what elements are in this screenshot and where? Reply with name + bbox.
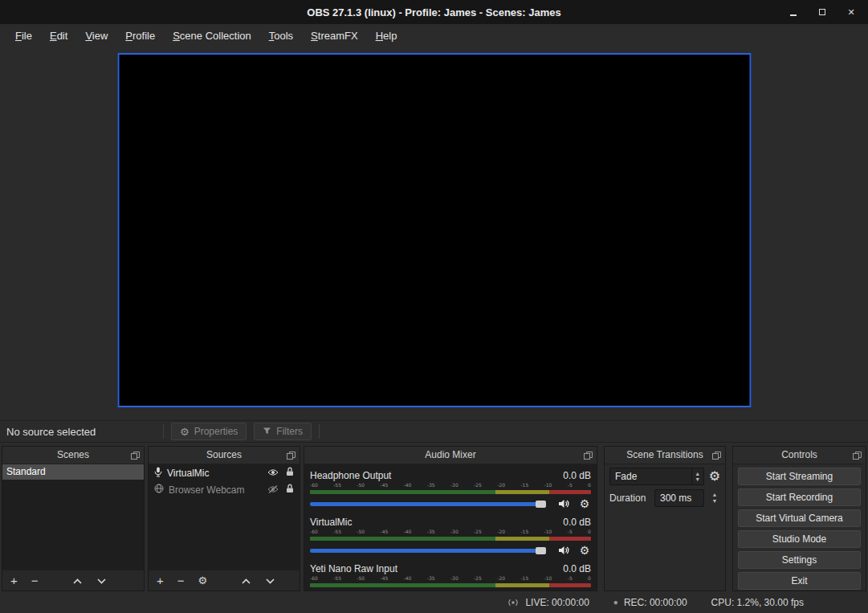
meter-tick-label: -55: [333, 529, 341, 535]
menu-bar: File Edit View Profile Scene Collection …: [0, 24, 868, 47]
meter-tick-label: -15: [520, 529, 528, 535]
duration-label: Duration: [609, 492, 650, 504]
transition-settings-button[interactable]: ⚙: [709, 470, 720, 483]
dock-float-button[interactable]: [583, 451, 593, 460]
audio-mixer-panel: Audio Mixer Headphone Output 0.0 dB -60-…: [304, 446, 597, 591]
close-button[interactable]: ✕: [841, 3, 862, 21]
meter-tick-label: -25: [474, 482, 482, 488]
volume-meter: [310, 490, 591, 494]
sources-panel-title: Sources: [149, 447, 300, 464]
move-scene-down-button[interactable]: [96, 574, 107, 586]
meter-tick-label: -40: [404, 482, 412, 488]
volume-slider[interactable]: [310, 549, 546, 553]
meter-scale: -60-55-50-45-40-35-30-25-20-15-10-50: [310, 482, 591, 489]
meter-tick-label: -5: [568, 575, 573, 582]
sources-panel-header[interactable]: Sources: [149, 447, 300, 464]
volume-meter: [310, 537, 591, 541]
properties-label: Properties: [194, 426, 238, 437]
controls-panel-title: Controls: [733, 447, 866, 464]
meter-tick-label: -5: [568, 529, 573, 535]
channel-level: 0.0 dB: [563, 517, 591, 528]
scene-item-standard[interactable]: Standard: [2, 464, 144, 480]
menu-item-tools[interactable]: Tools: [260, 27, 302, 45]
start-recording-button[interactable]: Start Recording: [738, 488, 861, 506]
channel-settings-button[interactable]: ⚙: [578, 545, 591, 556]
add-source-button[interactable]: +: [157, 574, 164, 586]
source-item-virtualmic[interactable]: VirtualMic: [149, 464, 300, 481]
preview-canvas[interactable]: [117, 53, 751, 407]
obs-window: OBS 27.1.3 (linux) - Profile: James - Sc…: [0, 0, 868, 613]
maximize-button[interactable]: [812, 3, 833, 21]
source-row-icons: [267, 484, 294, 496]
menu-item-profile[interactable]: Profile: [116, 27, 164, 45]
scenes-list: Standard: [2, 464, 144, 570]
meter-tick-label: -45: [380, 482, 388, 488]
chevron-up-icon: [241, 578, 251, 585]
filters-label: Filters: [276, 426, 303, 437]
source-item-browser-webcam[interactable]: Browser Webcam: [149, 481, 300, 498]
scene-transitions-body: Fade ▲ ▼ ⚙ Duration 300 ms ▲: [605, 464, 725, 591]
filters-button[interactable]: Filters: [254, 423, 312, 440]
controls-panel-header[interactable]: Controls: [733, 447, 866, 464]
channel-name: Headphone Output: [310, 470, 391, 481]
meter-tick-label: -10: [544, 575, 552, 582]
dock-icon: [853, 452, 862, 460]
meter-tick-label: -40: [404, 575, 412, 582]
move-source-down-button[interactable]: [265, 574, 275, 586]
live-time: LIVE: 00:00:00: [525, 597, 589, 608]
source-properties-button[interactable]: ⚙: [198, 575, 208, 586]
menu-item-file[interactable]: File: [6, 27, 41, 45]
menu-item-streamfx[interactable]: StreamFX: [302, 27, 367, 45]
menu-item-scene-collection[interactable]: Scene Collection: [164, 27, 260, 45]
minimize-button[interactable]: [783, 3, 804, 21]
move-source-up-button[interactable]: [241, 574, 251, 586]
channel-settings-button[interactable]: ⚙: [578, 498, 591, 509]
start-virtual-camera-button[interactable]: Start Virtual Camera: [738, 509, 861, 527]
dock-float-button[interactable]: [852, 451, 862, 460]
titlebar[interactable]: OBS 27.1.3 (linux) - Profile: James - Sc…: [0, 0, 868, 24]
sources-toolbar: + − ⚙: [149, 570, 300, 591]
lock-icon[interactable]: [286, 467, 294, 479]
meter-scale: -60-55-50-45-40-35-30-25-20-15-10-50: [310, 575, 591, 582]
dock-float-button[interactable]: [711, 451, 721, 460]
scene-transitions-panel-header[interactable]: Scene Transitions: [605, 447, 725, 464]
audio-mixer-panel-header[interactable]: Audio Mixer: [304, 447, 597, 464]
meter-tick-label: -30: [450, 575, 458, 582]
remove-scene-button[interactable]: −: [31, 574, 39, 586]
lock-icon[interactable]: [286, 484, 294, 496]
settings-button[interactable]: Settings: [738, 551, 861, 569]
transition-select-arrows[interactable]: ▲ ▼: [691, 468, 703, 484]
volume-slider-handle[interactable]: [536, 501, 546, 508]
duration-spin-arrows[interactable]: ▲ ▼: [709, 492, 720, 505]
remove-source-button[interactable]: −: [177, 574, 185, 586]
visibility-off-icon[interactable]: [267, 484, 279, 496]
live-status: LIVE: 00:00:00: [507, 597, 589, 608]
dock-float-button[interactable]: [286, 451, 295, 460]
start-streaming-button[interactable]: Start Streaming: [738, 468, 861, 485]
menu-item-help[interactable]: Help: [367, 27, 406, 45]
mixer-channel-headphone-output: Headphone Output 0.0 dB -60-55-50-45-40-…: [310, 469, 591, 511]
visibility-icon[interactable]: [267, 468, 279, 479]
gear-icon: ⚙: [180, 427, 189, 437]
meter-tick-label: -15: [520, 482, 528, 488]
move-scene-up-button[interactable]: [72, 574, 83, 586]
source-label: Browser Webcam: [169, 484, 263, 496]
menu-item-view[interactable]: View: [76, 27, 116, 45]
mute-button[interactable]: [556, 499, 571, 509]
scene-transitions-panel-title: Scene Transitions: [605, 447, 725, 464]
dock-icon: [712, 452, 721, 460]
transition-select[interactable]: Fade ▲ ▼: [609, 468, 704, 485]
volume-slider-handle[interactable]: [536, 547, 546, 554]
properties-button[interactable]: ⚙ Properties: [171, 423, 247, 440]
duration-spinbox[interactable]: 300 ms: [654, 489, 704, 507]
menu-item-edit[interactable]: Edit: [41, 27, 76, 45]
mute-button[interactable]: [556, 546, 571, 555]
audio-mixer-panel-title: Audio Mixer: [304, 447, 597, 464]
exit-button[interactable]: Exit: [738, 572, 861, 590]
dock-float-button[interactable]: [130, 451, 140, 460]
volume-slider[interactable]: [310, 502, 546, 506]
chevron-up-icon: [72, 578, 83, 585]
studio-mode-button[interactable]: Studio Mode: [738, 530, 861, 548]
add-scene-button[interactable]: +: [10, 574, 18, 586]
scenes-panel-header[interactable]: Scenes: [2, 447, 144, 464]
